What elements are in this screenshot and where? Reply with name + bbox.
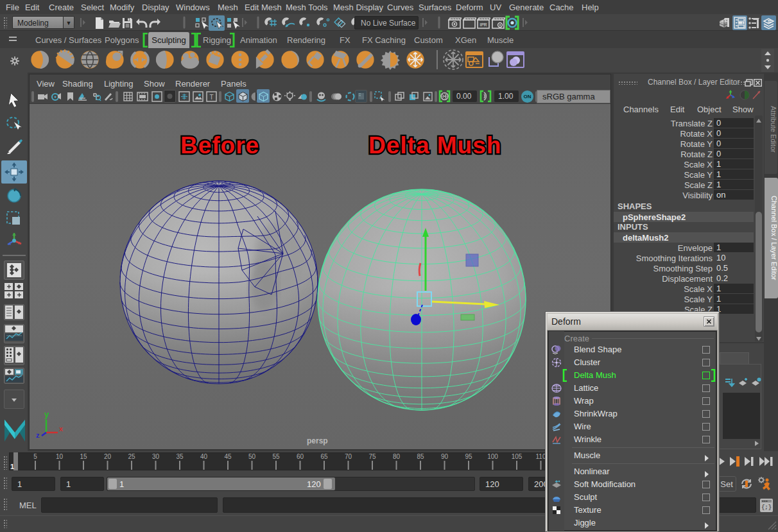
svg-text:80: 80 [393, 453, 401, 460]
svg-text:x: x [59, 425, 64, 433]
svg-text:85: 85 [417, 453, 424, 460]
svg-text:IPR: IPR [480, 22, 487, 27]
svg-text:35: 35 [176, 453, 184, 460]
svg-text:105: 105 [512, 453, 523, 460]
svg-text:75: 75 [368, 453, 376, 460]
svg-text:50: 50 [248, 453, 256, 460]
svg-text:70: 70 [345, 453, 352, 460]
svg-text:{;}: {;} [761, 504, 772, 511]
svg-text:1: 1 [10, 463, 14, 470]
svg-text:45: 45 [224, 453, 232, 460]
svg-text:15: 15 [80, 453, 87, 460]
svg-text:55: 55 [272, 453, 280, 460]
svg-text:z: z [36, 431, 40, 439]
svg-text:95: 95 [465, 453, 472, 460]
svg-text:persp: persp [307, 436, 328, 445]
svg-text:90: 90 [441, 453, 449, 460]
svg-text:10: 10 [56, 453, 64, 460]
svg-text:20: 20 [104, 453, 112, 460]
svg-text:65: 65 [320, 453, 328, 460]
svg-text:Delta Mush: Delta Mush [368, 132, 501, 159]
svg-text:5: 5 [33, 453, 37, 460]
svg-text:60: 60 [297, 453, 304, 460]
svg-text:30: 30 [152, 453, 160, 460]
svg-text:100: 100 [487, 453, 498, 460]
svg-text:y: y [44, 409, 49, 419]
svg-text:40: 40 [200, 453, 208, 460]
svg-text:25: 25 [128, 453, 135, 460]
svg-text:T: T [209, 94, 213, 101]
svg-text:Before: Before [180, 132, 259, 159]
